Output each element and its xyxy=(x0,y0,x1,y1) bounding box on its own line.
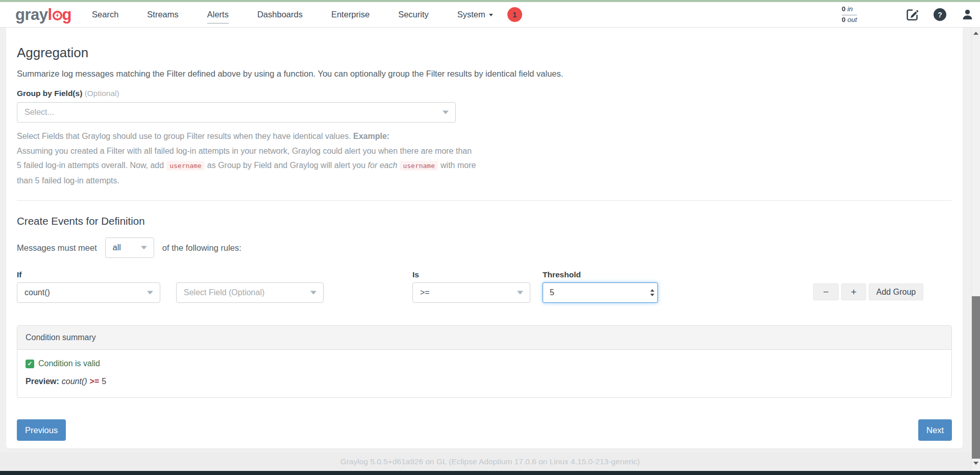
chevron-down-icon xyxy=(443,111,449,114)
nav-item-enterprise[interactable]: Enterprise xyxy=(331,10,370,19)
nav-item-security[interactable]: Security xyxy=(398,10,429,19)
throughput-widget[interactable]: 0 in 0 out xyxy=(842,5,857,25)
preview-expression: count() xyxy=(62,377,87,386)
scroll-down-icon[interactable] xyxy=(973,462,978,465)
threshold-label: Threshold xyxy=(543,270,581,279)
main-nav: Search Streams Alerts Dashboards Enterpr… xyxy=(92,10,493,19)
edit-icon[interactable] xyxy=(905,8,919,21)
chevron-down-icon xyxy=(489,14,493,16)
help-line-1: Select Fields that Graylog should use to… xyxy=(17,129,952,144)
threshold-input[interactable] xyxy=(543,282,658,303)
preview-value: 5 xyxy=(102,377,106,386)
preview-label: Preview: xyxy=(26,377,59,386)
section-divider xyxy=(17,200,952,201)
operator-select[interactable]: >= xyxy=(412,282,530,303)
throughput-in: 0 in xyxy=(842,5,857,15)
nav-item-streams[interactable]: Streams xyxy=(147,10,178,19)
help-line-4: than 5 failed log-in attempts. xyxy=(17,174,952,188)
group-by-help: Select Fields that Graylog should use to… xyxy=(17,129,952,188)
notification-badge[interactable]: 1 xyxy=(507,7,522,22)
group-by-select[interactable]: Select... xyxy=(17,102,456,123)
user-icon[interactable] xyxy=(961,8,974,21)
add-condition-button[interactable]: + xyxy=(841,283,866,300)
condition-summary-panel: Condition summary Condition is valid Pre… xyxy=(17,325,952,398)
spinner-up-icon[interactable] xyxy=(650,289,654,292)
username-code-chip: username xyxy=(400,161,438,171)
nav-item-system-label: System xyxy=(457,10,485,19)
condition-summary-body: Condition is valid Preview:count()>=5 xyxy=(17,350,951,397)
top-accent-strip xyxy=(0,0,980,2)
must-meet-row: Messages must meet all of the following … xyxy=(17,238,952,258)
valid-checkbox-icon[interactable] xyxy=(26,360,34,368)
username-code-chip: username xyxy=(166,161,205,171)
footer-version-text: Graylog 5.0.5+d61a926 on GL (Eclipse Ado… xyxy=(340,457,640,466)
bottom-dark-strip xyxy=(0,471,980,475)
add-group-button[interactable]: Add Group xyxy=(869,283,923,300)
compass-icon xyxy=(52,10,63,21)
preview-row: Preview:count()>=5 xyxy=(26,377,943,386)
nav-item-search[interactable]: Search xyxy=(92,10,118,19)
next-button[interactable]: Next xyxy=(918,419,952,441)
previous-button[interactable]: Previous xyxy=(17,419,66,441)
navbar-right: 0 in 0 out xyxy=(842,5,974,25)
remove-condition-button[interactable]: − xyxy=(813,283,839,300)
nav-item-alerts[interactable]: Alerts xyxy=(207,10,229,19)
aggregation-description: Summarize log messages matching the Filt… xyxy=(17,69,952,79)
example-label: Example: xyxy=(353,132,389,140)
is-label: Is xyxy=(412,270,419,279)
help-line-2: Assuming you created a Filter with all f… xyxy=(17,144,952,159)
group-by-placeholder: Select... xyxy=(24,108,54,117)
throughput-out: 0 out xyxy=(842,15,857,25)
logo-text-g: g xyxy=(62,6,71,24)
rule-row: If Is Threshold count() Select Field (Op… xyxy=(17,270,952,304)
function-value: count() xyxy=(24,288,50,297)
chevron-down-icon xyxy=(141,246,147,250)
must-meet-select[interactable]: all xyxy=(105,238,154,258)
number-spinner[interactable] xyxy=(650,289,654,296)
logo-text-gray: gray xyxy=(15,6,47,24)
wizard-buttons: Previous Next xyxy=(17,419,952,441)
must-meet-value: all xyxy=(113,243,121,252)
function-select[interactable]: count() xyxy=(17,282,160,303)
help-icon[interactable] xyxy=(934,8,946,21)
chevron-down-icon xyxy=(517,291,523,295)
content-card: Aggregation Summarize log messages match… xyxy=(6,28,963,448)
graylog-logo[interactable]: graylg xyxy=(15,6,71,24)
group-by-label: Group by Field(s) (Optional) xyxy=(17,89,952,98)
graylog-app: graylg Search Streams Alerts Dashboards … xyxy=(0,0,980,475)
nav-item-dashboards[interactable]: Dashboards xyxy=(257,10,303,19)
chevron-down-icon xyxy=(147,291,153,295)
preview-operator: >= xyxy=(90,377,100,386)
condition-valid-text: Condition is valid xyxy=(38,359,100,368)
field-select[interactable]: Select Field (Optional) xyxy=(176,282,324,303)
logo-text-l: l xyxy=(47,6,52,24)
footer: Graylog 5.0.5+d61a926 on GL (Eclipse Ado… xyxy=(0,452,980,471)
navbar: graylg Search Streams Alerts Dashboards … xyxy=(0,2,980,28)
scrollbar-thumb[interactable] xyxy=(972,296,980,459)
condition-summary-header: Condition summary xyxy=(17,326,951,350)
condition-valid-row: Condition is valid xyxy=(26,359,943,368)
chevron-down-icon xyxy=(310,291,316,295)
if-label: If xyxy=(17,270,21,279)
spinner-down-icon[interactable] xyxy=(650,294,654,296)
must-meet-post: of the following rules: xyxy=(162,243,241,253)
nav-item-system[interactable]: System xyxy=(457,10,493,19)
events-section-title: Create Events for Definition xyxy=(17,215,952,227)
must-meet-pre: Messages must meet xyxy=(17,243,97,253)
help-line-3: 5 failed log-in attempts overall. Now, a… xyxy=(17,158,952,174)
operator-value: >= xyxy=(420,288,430,297)
page-title: Aggregation xyxy=(17,45,952,61)
scroll-up-icon[interactable] xyxy=(973,32,978,35)
field-placeholder: Select Field (Optional) xyxy=(184,288,264,297)
vertical-scrollbar[interactable] xyxy=(971,28,980,471)
threshold-field-wrap xyxy=(543,282,658,303)
optional-hint: (Optional) xyxy=(85,89,119,98)
